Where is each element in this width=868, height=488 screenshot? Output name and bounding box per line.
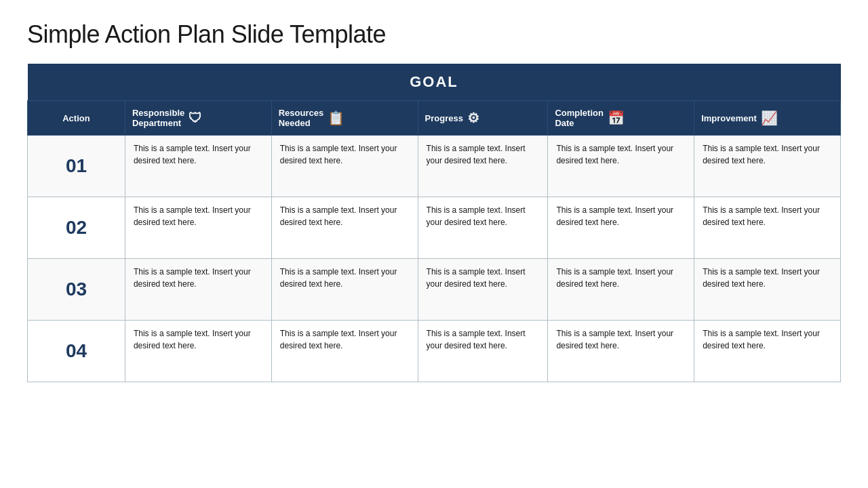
col-header-resources: ResourcesNeeded 📋: [271, 101, 418, 136]
row-completion: This is a sample text. Insert your desir…: [548, 136, 694, 197]
row-progress: This is a sample text. Insert your desir…: [418, 197, 548, 259]
row-progress: This is a sample text. Insert your desir…: [418, 321, 548, 382]
header-row: Action ResponsibleDepartment 🛡 Resources…: [28, 101, 841, 136]
table-row: 03 This is a sample text. Insert your de…: [28, 259, 841, 321]
goal-label: GOAL: [28, 64, 841, 101]
action-label: Action: [62, 113, 90, 123]
row-improvement: This is a sample text. Insert your desir…: [694, 259, 841, 321]
row-number: 01: [28, 136, 125, 197]
resources-label: ResourcesNeeded: [279, 108, 323, 128]
row-improvement: This is a sample text. Insert your desir…: [694, 197, 841, 259]
row-completion: This is a sample text. Insert your desir…: [548, 197, 694, 259]
completion-label: CompletionDate: [555, 108, 604, 128]
row-resources: This is a sample text. Insert your desir…: [271, 321, 418, 382]
col-header-completion: CompletionDate 📅: [548, 101, 694, 136]
improvement-label: Improvement: [701, 113, 757, 123]
slide-title: Simple Action Plan Slide Template: [27, 20, 841, 49]
row-number: 03: [28, 259, 125, 321]
improvement-icon: 📈: [761, 110, 778, 126]
row-completion: This is a sample text. Insert your desir…: [548, 259, 694, 321]
completion-icon: 📅: [608, 110, 625, 126]
table-row: 04 This is a sample text. Insert your de…: [28, 321, 841, 382]
row-improvement: This is a sample text. Insert your desir…: [694, 321, 841, 382]
row-responsible: This is a sample text. Insert your desir…: [125, 259, 271, 321]
progress-icon: ⚙: [467, 110, 479, 126]
row-responsible: This is a sample text. Insert your desir…: [125, 197, 271, 259]
row-responsible: This is a sample text. Insert your desir…: [125, 136, 271, 197]
col-header-progress: Progress ⚙: [418, 101, 548, 136]
table-row: 02 This is a sample text. Insert your de…: [28, 197, 841, 259]
row-resources: This is a sample text. Insert your desir…: [271, 197, 418, 259]
progress-label: Progress: [425, 113, 463, 123]
goal-row: GOAL: [28, 64, 841, 101]
col-header-improvement: Improvement 📈: [694, 101, 841, 136]
row-responsible: This is a sample text. Insert your desir…: [125, 321, 271, 382]
row-number: 02: [28, 197, 125, 259]
responsible-icon: 🛡: [189, 110, 202, 126]
col-header-action: Action: [28, 101, 125, 136]
row-resources: This is a sample text. Insert your desir…: [271, 136, 418, 197]
slide: Simple Action Plan Slide Template GOAL A…: [0, 0, 868, 488]
row-progress: This is a sample text. Insert your desir…: [418, 259, 548, 321]
row-improvement: This is a sample text. Insert your desir…: [694, 136, 841, 197]
row-resources: This is a sample text. Insert your desir…: [271, 259, 418, 321]
responsible-label: ResponsibleDepartment: [132, 108, 184, 128]
resources-icon: 📋: [328, 110, 344, 126]
row-progress: This is a sample text. Insert your desir…: [418, 136, 548, 197]
table-row: 01 This is a sample text. Insert your de…: [28, 136, 841, 197]
col-header-responsible: ResponsibleDepartment 🛡: [125, 101, 271, 136]
action-plan-table: GOAL Action ResponsibleDepartment 🛡 Reso…: [27, 64, 841, 382]
row-completion: This is a sample text. Insert your desir…: [548, 321, 694, 382]
row-number: 04: [28, 321, 125, 382]
